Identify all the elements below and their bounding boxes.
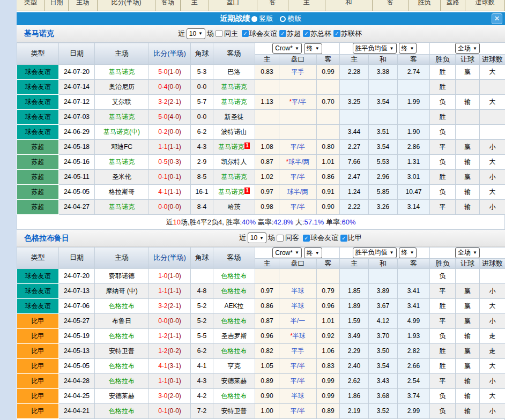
league-checkbox[interactable]: ✓ — [303, 235, 310, 242]
europe-avg-select[interactable]: 胜平负均值▼ — [353, 248, 397, 258]
away-team-cell: 基马诺克1 — [213, 184, 255, 199]
ah-line-cell: 半球 — [279, 389, 317, 404]
sub-column-header: 客 — [398, 259, 430, 269]
match-row: 比甲24-05-27布鲁日0-0(0-0)5-2色格拉布0.87半/一1.011… — [17, 314, 505, 329]
close-icon[interactable]: ✕ — [492, 13, 502, 24]
eu-home-odds: 1.89 — [340, 299, 369, 314]
summary-text: 57.1% — [304, 218, 324, 226]
fulltime-score: 1-1 — [158, 377, 167, 385]
summary-text: 单率: — [324, 218, 341, 226]
result-goals: 走 — [480, 344, 505, 359]
corner-cell: 8-5 — [191, 169, 213, 184]
handicap-line-text: 平/半 — [291, 362, 305, 370]
home-team-cell: 艾尔联 — [95, 94, 149, 109]
home-team-cell: 基马诺克 — [95, 199, 149, 214]
result-goals: 大 — [480, 64, 505, 79]
bg-column-header: 盘路 — [441, 0, 465, 11]
vertical-layout-radio[interactable] — [251, 16, 257, 22]
type-cell: 球会友谊 — [17, 299, 59, 314]
ah-away-odds — [317, 269, 340, 284]
corner-cell: 5-2 — [191, 299, 213, 314]
corner-cell: 4-8 — [191, 284, 213, 299]
scope-select[interactable]: 全场▼ — [455, 43, 480, 54]
bg-column-header: 主 — [181, 0, 209, 11]
dropdown-caret-icon: ▼ — [259, 236, 264, 241]
ah-away-odds: 0.89 — [317, 404, 340, 419]
league-checkbox[interactable]: ✓ — [340, 235, 347, 242]
date-cell: 24-07-20 — [59, 269, 95, 284]
league-checkbox[interactable]: ✓ — [242, 30, 249, 37]
eu-draw-odds: 3.26 — [369, 199, 398, 214]
fulltime-score: 1-2 — [158, 332, 167, 340]
europe-final-select[interactable]: 终▼ — [399, 248, 417, 258]
corner-cell: 7-2 — [191, 404, 213, 419]
result-wdl: 负 — [430, 389, 456, 404]
match-row: 球会友谊24-07-14奥治尼历0-4(0-0)0-0基马诺克胜 — [17, 79, 505, 94]
matches-table: 类型日期主场比分(半场)角球客场Crow*▼终▼胜平负均值▼终▼全场▼主盘口客主… — [17, 42, 505, 215]
match-row: 苏超24-05-16基马诺克0-5(0-3)2-9凯尔特人0.87*球半/两1.… — [17, 154, 505, 169]
score-cell: 0-5(0-3) — [149, 154, 191, 169]
summary-row: 近10场,胜4平2负4, 胜率:40% 赢率:42.8% 大:57.1% 单率:… — [17, 215, 505, 230]
odds-source-select[interactable]: Crow*▼ — [272, 43, 302, 54]
ah-home-odds: 0.98 — [255, 199, 279, 214]
team-name: 基马诺克 — [109, 203, 135, 211]
result-wdl: 负 — [430, 404, 456, 419]
eu-home-odds: 2.29 — [340, 344, 369, 359]
odds-final-select[interactable]: 终▼ — [304, 43, 322, 54]
recent-count-select[interactable]: 10▼ — [248, 232, 266, 243]
league-label: 球会友谊 — [249, 29, 277, 39]
team-name: 基马诺克(中) — [103, 128, 140, 136]
result-wdl: 胜 — [430, 299, 456, 314]
eu-home-odds: 2.62 — [340, 374, 369, 389]
type-cell: 苏超 — [17, 184, 59, 199]
recent-results-panel: 基马诺克 近 10▼ 场 同主 ✓球会友谊✓苏超✓苏总杯✓苏联杯 类型日期主场比… — [17, 25, 505, 420]
league-checkbox[interactable]: ✓ — [303, 30, 310, 37]
same-venue-checkbox[interactable] — [277, 235, 284, 242]
home-team-cell: 基马诺克 — [95, 109, 149, 124]
ah-home-odds: 0.96 — [255, 329, 279, 344]
ah-line-cell: 平/半 — [279, 139, 317, 154]
column-header: 客场 — [213, 247, 255, 269]
eu-draw-odds: 3.52 — [369, 404, 398, 419]
score-cell: 5-0(4-0) — [149, 109, 191, 124]
column-header: 主场 — [95, 43, 149, 65]
team-name: 哈茨 — [228, 203, 241, 211]
section-header-cercle: 色格拉布鲁日 近 10▼ 场 同客 ✓球会友谊✓比甲 — [17, 230, 505, 247]
sub-column-header: 客 — [317, 54, 340, 64]
fulltime-score: 1-1 — [158, 287, 167, 295]
team-name: 基马诺克 — [221, 83, 247, 91]
date-cell: 24-05-18 — [59, 139, 95, 154]
eu-away-odds: 3.01 — [398, 169, 430, 184]
europe-final-select[interactable]: 终▼ — [399, 43, 417, 54]
horizontal-layout-radio[interactable] — [280, 16, 286, 22]
league-checkbox[interactable]: ✓ — [333, 30, 340, 37]
handicap-line-text: 平/半 — [291, 173, 305, 181]
handicap-line-text: 半/一 — [291, 317, 305, 325]
eu-away-odds: 1.31 — [398, 154, 430, 169]
eu-home-odds: 3.25 — [340, 94, 369, 109]
eu-draw-odds — [369, 269, 398, 284]
ah-home-odds — [255, 109, 279, 124]
away-team-cell: AEK拉 — [213, 299, 255, 314]
odds-source-select[interactable]: Crow*▼ — [272, 248, 302, 258]
halftime-score: (0-0) — [168, 407, 181, 415]
scope-select[interactable]: 全场▼ — [455, 248, 480, 258]
eu-draw-odds: 4.12 — [369, 314, 398, 329]
scope-select-group: 全场▼ — [430, 247, 505, 259]
sub-column-header: 胜负 — [430, 54, 456, 64]
europe-avg-select[interactable]: 胜平负均值▼ — [353, 43, 397, 54]
corner-cell: 5-7 — [191, 94, 213, 109]
eu-away-odds: 2.54 — [398, 374, 430, 389]
same-venue-checkbox[interactable] — [216, 30, 222, 37]
column-header: 角球 — [191, 247, 213, 269]
league-checkbox[interactable]: ✓ — [279, 30, 286, 37]
card-count-badge: 1 — [244, 188, 250, 194]
halftime-score: (2-1) — [168, 98, 181, 106]
team-name: 安德莱赫 — [109, 392, 135, 400]
recent-count-select[interactable]: 10▼ — [187, 28, 205, 39]
odds-final-select[interactable]: 终▼ — [304, 248, 322, 258]
modal-title: 近期战绩 — [220, 14, 250, 24]
eu-away-odds: 10.47 — [398, 184, 430, 199]
corner-cell: 5-2 — [191, 314, 213, 329]
dropdown-caret-icon: ▼ — [390, 250, 394, 255]
